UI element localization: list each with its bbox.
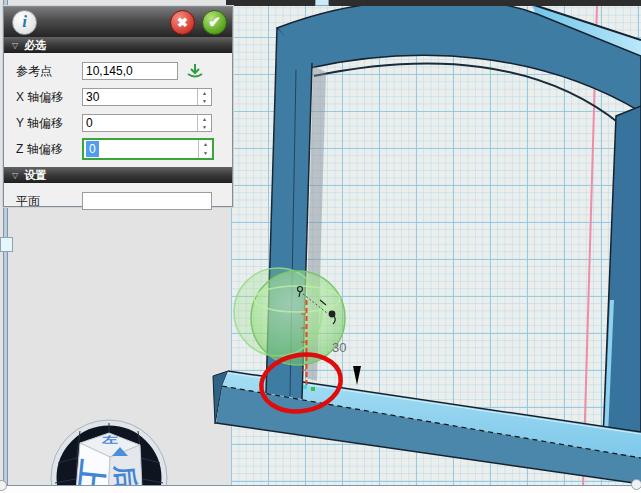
y-offset-stepper[interactable]: ▲ ▼ — [82, 114, 212, 132]
pick-point-button[interactable] — [184, 62, 206, 80]
cursor-arrow — [353, 366, 361, 385]
reference-point-label: 参考点 — [16, 63, 82, 80]
x-offset-label: X 轴偏移 — [16, 89, 82, 106]
y-offset-row: Y 轴偏移 ▲ ▼ — [16, 113, 224, 133]
y-offset-spinner[interactable]: ▲ ▼ — [197, 115, 211, 131]
base-point-marker — [311, 387, 315, 391]
section-required[interactable]: ▽ 必选 — [4, 37, 232, 53]
dialog-header: i ✖ ✔ — [4, 7, 232, 37]
window-frame-model[interactable] — [213, 0, 641, 484]
section-settings-title: 设置 — [24, 168, 46, 183]
view-cube[interactable]: 上 后 左 — [50, 403, 168, 493]
section-required-title: 必选 — [24, 38, 46, 53]
y-offset-input[interactable] — [83, 115, 201, 131]
reference-point-input[interactable] — [82, 62, 178, 80]
info-icon[interactable]: i — [12, 10, 37, 35]
pick-point-icon — [186, 63, 204, 79]
reference-point-row: 参考点 — [16, 61, 224, 81]
spin-up-icon[interactable]: ▲ — [198, 115, 211, 123]
top-collapse-tab[interactable] — [315, 0, 329, 6]
offset-dimension-label: 30 — [332, 340, 346, 355]
plane-input[interactable] — [82, 192, 212, 210]
spin-down-icon[interactable]: ▼ — [199, 149, 212, 158]
y-offset-label: Y 轴偏移 — [16, 115, 82, 132]
z-offset-spinner[interactable]: ▲ ▼ — [198, 140, 212, 158]
cube-top-label: 左 — [101, 434, 118, 445]
offset-properties-dialog: i ✖ ✔ ▽ 必选 参考点 X 轴偏移 — [3, 6, 233, 207]
x-offset-spinner[interactable]: ▲ ▼ — [197, 89, 211, 105]
sphere-manipulator[interactable] — [234, 268, 345, 365]
viewport-top-bar — [226, 0, 641, 6]
spin-down-icon[interactable]: ▼ — [198, 97, 211, 105]
spin-down-icon[interactable]: ▼ — [198, 123, 211, 131]
splitter-collapse-handle[interactable] — [0, 237, 13, 252]
snap-point-marker — [303, 385, 307, 389]
x-offset-stepper[interactable]: ▲ ▼ — [82, 88, 212, 106]
plane-label: 平面 — [16, 193, 82, 210]
z-offset-stepper-active[interactable]: 0 ▲ ▼ — [82, 138, 214, 160]
plane-row: 平面 — [16, 191, 224, 211]
bottom-margin — [0, 486, 641, 493]
confirm-button[interactable]: ✔ — [202, 10, 227, 35]
x-offset-input[interactable] — [83, 89, 201, 105]
x-offset-row: X 轴偏移 ▲ ▼ — [16, 87, 224, 107]
z-offset-selected-value[interactable]: 0 — [86, 141, 99, 157]
z-offset-row: Z 轴偏移 0 ▲ ▼ — [16, 139, 224, 159]
scroll-handle-right[interactable] — [631, 479, 641, 490]
collapse-icon: ▽ — [12, 171, 18, 180]
cancel-button[interactable]: ✖ — [170, 10, 195, 35]
z-offset-label: Z 轴偏移 — [16, 141, 82, 158]
section-settings[interactable]: ▽ 设置 — [4, 167, 232, 183]
collapse-icon: ▽ — [12, 41, 18, 50]
spin-up-icon[interactable]: ▲ — [199, 140, 212, 149]
spin-up-icon[interactable]: ▲ — [198, 89, 211, 97]
